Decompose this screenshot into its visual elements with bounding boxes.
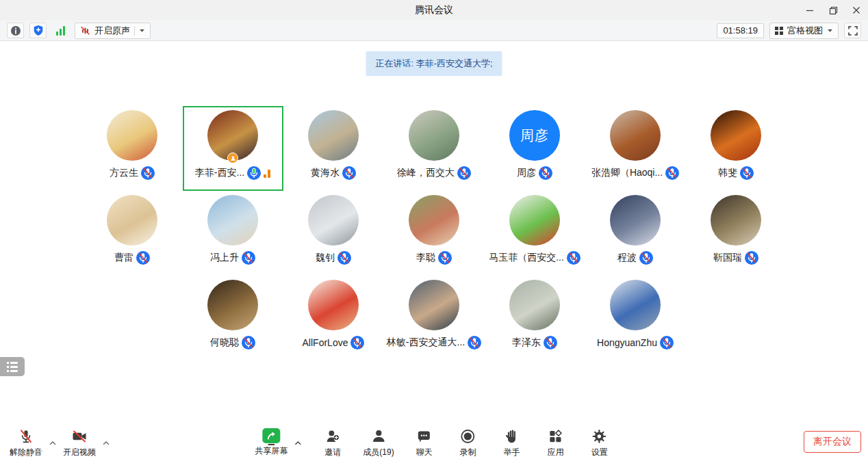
participant-name: 李泽东 <box>512 337 541 349</box>
close-button[interactable] <box>845 0 868 21</box>
member-list-tab[interactable] <box>0 357 25 376</box>
chat-button[interactable]: 聊天 <box>411 428 438 458</box>
members-icon <box>370 428 387 445</box>
grid-view-icon <box>775 27 783 35</box>
share-options-chevron[interactable] <box>293 434 303 449</box>
participant-tile[interactable]: HongyuanZhu <box>585 276 686 360</box>
avatar <box>409 110 459 161</box>
start-video-button[interactable]: 开启视频 <box>63 428 96 458</box>
participant-row: 方云生李菲-西安...黄海水徐峰，西交大周彦周彦张浩卿（Haoqi...韩斐 <box>0 106 868 191</box>
avatar <box>308 195 359 246</box>
meeting-info-button[interactable] <box>7 23 24 38</box>
participant-name: 周彦 <box>517 167 536 179</box>
participant-tile[interactable]: 李聪 <box>384 191 485 276</box>
participant-tile[interactable]: 黄海水 <box>283 106 384 191</box>
record-icon <box>460 428 476 445</box>
share-screen-label: 共享屏幕 <box>255 445 288 457</box>
mic-muted-icon <box>350 336 364 350</box>
view-mode-button[interactable]: 宫格视图 <box>769 23 839 39</box>
participant-tile[interactable]: 方云生 <box>82 106 183 191</box>
participant-tile[interactable]: 韩斐 <box>686 106 787 191</box>
participant-tile[interactable]: 张浩卿（Haoqi... <box>585 106 686 191</box>
participant-name: 林敏-西安交通大... <box>387 337 465 349</box>
participant-name: 何晓聪 <box>210 337 239 349</box>
member-list-icon <box>7 362 18 372</box>
mic-off-icon <box>18 428 34 445</box>
participant-name-row: 李聪 <box>416 251 452 265</box>
participant-name: 程波 <box>617 252 637 264</box>
participant-tile[interactable]: 李泽东 <box>485 276 585 360</box>
unmute-button[interactable]: 解除静音 <box>10 428 42 458</box>
invite-button[interactable]: 邀请 <box>319 428 346 458</box>
share-screen-button[interactable]: 共享屏幕 <box>255 428 288 457</box>
participant-tile[interactable]: 魏钊 <box>283 191 384 276</box>
mic-active-icon <box>247 166 261 180</box>
participant-name-row: 李泽东 <box>512 336 557 350</box>
participant-name-row: 何晓聪 <box>210 336 255 350</box>
fullscreen-icon <box>848 26 858 36</box>
participant-tile[interactable]: 马玉菲（西安交... <box>485 191 585 276</box>
camera-off-icon <box>71 428 88 445</box>
fullscreen-button[interactable] <box>844 23 861 38</box>
participant-tile[interactable]: 冯上升 <box>183 191 283 276</box>
raise-hand-button[interactable]: 举手 <box>498 428 526 458</box>
video-options-chevron[interactable] <box>101 434 111 449</box>
settings-label: 设置 <box>591 447 608 458</box>
chevron-down-icon[interactable] <box>827 29 833 33</box>
network-status-button[interactable] <box>52 23 69 38</box>
chat-icon <box>416 428 433 445</box>
participant-name-row: AllForLove <box>303 336 365 350</box>
record-button[interactable]: 录制 <box>455 428 482 458</box>
avatar <box>107 110 157 161</box>
participant-tile[interactable]: AllForLove <box>283 276 384 360</box>
mic-muted-icon <box>539 166 552 180</box>
minimize-button[interactable] <box>798 0 821 21</box>
participant-tile[interactable]: 曹雷 <box>82 191 183 276</box>
settings-button[interactable]: 设置 <box>586 428 613 458</box>
participant-name: 靳国瑞 <box>713 252 742 264</box>
mic-options-chevron[interactable] <box>48 434 58 449</box>
participant-name: 马玉菲（西安交... <box>489 252 564 264</box>
restore-icon <box>829 6 838 15</box>
participant-tile[interactable]: 靳国瑞 <box>686 191 787 276</box>
avatar <box>610 195 661 246</box>
original-sound-muted-icon <box>80 25 90 36</box>
avatar <box>308 110 359 161</box>
avatar <box>711 195 761 246</box>
window-controls <box>798 0 868 21</box>
apps-icon <box>548 428 564 445</box>
participant-name-row: 冯上升 <box>210 251 255 265</box>
meeting-timer: 01:58:19 <box>717 23 764 38</box>
participant-tile[interactable]: 程波 <box>585 191 686 276</box>
participant-name-row: 张浩卿（Haoqi... <box>591 166 679 180</box>
apps-button[interactable]: 应用 <box>542 428 570 458</box>
chevron-up-icon <box>103 440 110 445</box>
leave-meeting-button[interactable]: 离开会议 <box>804 431 861 453</box>
avatar <box>610 110 661 161</box>
screen-share-icon <box>262 428 280 443</box>
participant-tile[interactable]: 周彦周彦 <box>485 106 585 191</box>
participant-row: 何晓聪AllForLove林敏-西安交通大...李泽东HongyuanZhu <box>0 276 868 360</box>
avatar <box>409 195 459 246</box>
avatar <box>711 110 761 161</box>
participant-name-row: 程波 <box>617 251 653 265</box>
participant-name-row: 魏钊 <box>316 251 351 265</box>
chevron-down-icon[interactable] <box>139 29 145 33</box>
unmute-label: 解除静音 <box>10 447 42 458</box>
participant-name-row: 韩斐 <box>718 166 754 180</box>
participant-name-row: HongyuanZhu <box>597 336 674 350</box>
participant-tile[interactable]: 李菲-西安... <box>183 106 283 191</box>
view-mode-label: 宫格视图 <box>787 25 823 37</box>
participant-name: 曹雷 <box>114 252 133 264</box>
shield-plus-icon <box>33 25 44 36</box>
original-sound-button[interactable]: 开启原声 <box>75 23 151 39</box>
members-button[interactable]: 成员(19) <box>363 428 394 458</box>
participant-name: AllForLove <box>303 337 348 348</box>
security-button[interactable] <box>29 23 47 38</box>
participant-tile[interactable]: 何晓聪 <box>183 276 283 360</box>
participant-tile[interactable]: 林敏-西安交通大... <box>384 276 485 360</box>
restore-button[interactable] <box>821 0 845 21</box>
avatar <box>308 280 359 330</box>
participant-tile[interactable]: 徐峰，西交大 <box>384 106 485 191</box>
mic-muted-icon <box>468 336 481 350</box>
